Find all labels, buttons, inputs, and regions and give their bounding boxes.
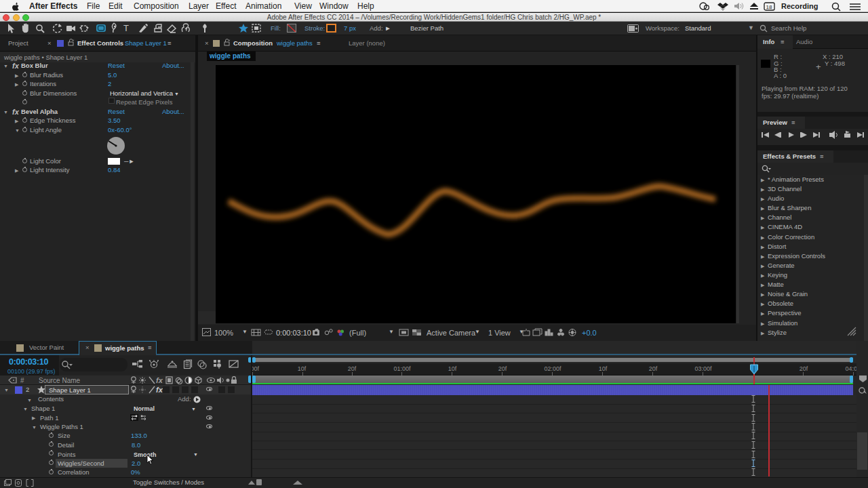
svg-text:T: T bbox=[123, 23, 129, 33]
svg-text:fx: fx bbox=[156, 376, 163, 384]
svg-text:18: 18 bbox=[766, 4, 772, 10]
